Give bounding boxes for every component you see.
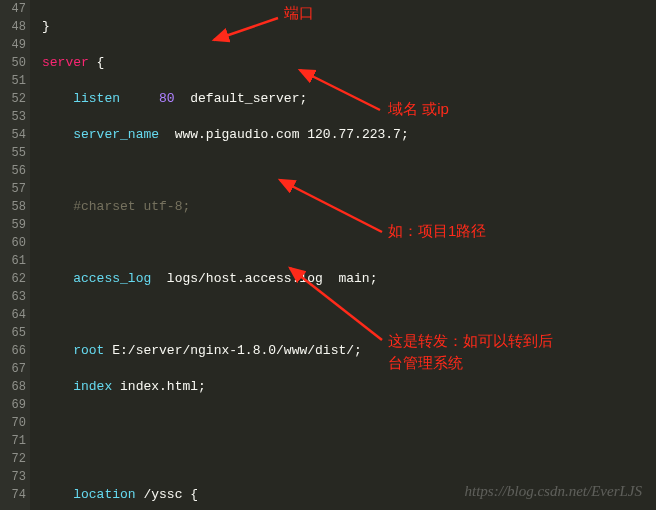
line-number: 66 <box>0 342 26 360</box>
line-number: 64 <box>0 306 26 324</box>
line-number: 56 <box>0 162 26 180</box>
line-number: 53 <box>0 108 26 126</box>
code-line <box>42 234 656 252</box>
line-number: 50 <box>0 54 26 72</box>
line-number: 47 <box>0 0 26 18</box>
code-line: server { <box>42 54 656 72</box>
line-number: 63 <box>0 288 26 306</box>
line-number: 70 <box>0 414 26 432</box>
code-line: #charset utf-8; <box>42 198 656 216</box>
code-line <box>42 162 656 180</box>
line-number: 59 <box>0 216 26 234</box>
line-number: 73 <box>0 468 26 486</box>
line-number: 51 <box>0 72 26 90</box>
line-number: 49 <box>0 36 26 54</box>
code-line <box>42 450 656 468</box>
line-number: 58 <box>0 198 26 216</box>
line-number: 74 <box>0 486 26 504</box>
watermark: https://blog.csdn.net/EverLJS <box>465 483 642 500</box>
code-line: server_name www.pigaudio.com 120.77.223.… <box>42 126 656 144</box>
line-number: 57 <box>0 180 26 198</box>
line-number: 60 <box>0 234 26 252</box>
code-line: listen 80 default_server; <box>42 90 656 108</box>
code-line <box>42 306 656 324</box>
line-number: 72 <box>0 450 26 468</box>
code-area: } server { listen 80 default_server; ser… <box>30 0 656 510</box>
line-number: 48 <box>0 18 26 36</box>
line-number: 68 <box>0 378 26 396</box>
line-number: 62 <box>0 270 26 288</box>
line-number: 69 <box>0 396 26 414</box>
line-number: 61 <box>0 252 26 270</box>
line-number-gutter: 4748495051525354555657585960616263646566… <box>0 0 30 510</box>
line-number: 54 <box>0 126 26 144</box>
code-line: root E:/server/nginx-1.8.0/www/dist/; <box>42 342 656 360</box>
code-line: access_log logs/host.access.log main; <box>42 270 656 288</box>
line-number: 65 <box>0 324 26 342</box>
line-number: 55 <box>0 144 26 162</box>
code-line <box>42 414 656 432</box>
line-number: 71 <box>0 432 26 450</box>
line-number: 52 <box>0 90 26 108</box>
code-line: index index.html; <box>42 378 656 396</box>
code-line: } <box>42 18 656 36</box>
line-number: 67 <box>0 360 26 378</box>
